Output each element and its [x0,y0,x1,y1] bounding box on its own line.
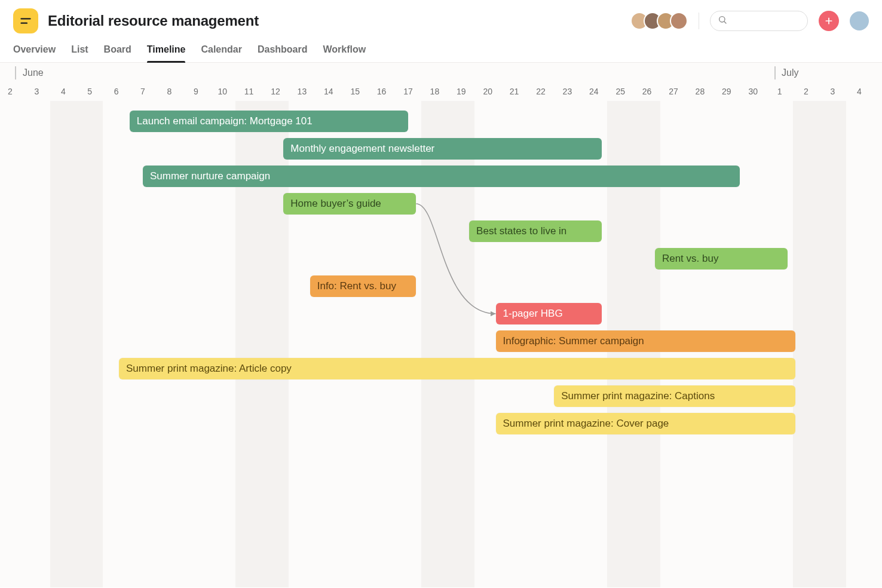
month-label: July [782,68,798,78]
weekend-column [76,101,103,587]
month-row: JuneJuly [0,63,882,84]
day-label: 22 [536,87,546,96]
collaborator-avatars[interactable] [630,12,688,30]
day-label: 17 [403,87,413,96]
add-button[interactable] [819,11,839,31]
user-avatar[interactable] [850,11,869,30]
day-label: 6 [114,87,119,96]
day-label: 24 [589,87,599,96]
day-label: 7 [140,87,145,96]
tab-list[interactable]: List [71,39,88,62]
tab-overview[interactable]: Overview [13,39,56,62]
month-tick [774,66,776,79]
day-label: 3 [830,87,835,96]
day-label: 20 [483,87,492,96]
weekend-column [50,101,76,587]
day-label: 25 [615,87,625,96]
day-label: 21 [510,87,519,96]
app-header: Editorial resource management [0,0,882,33]
tab-dashboard[interactable]: Dashboard [258,39,308,62]
day-label: 26 [642,87,652,96]
task-bar[interactable]: Launch email campaign: Mortgage 101 [130,111,408,132]
task-bar[interactable]: Infographic: Summer campaign [496,330,796,352]
day-label: 19 [457,87,466,96]
day-label: 29 [722,87,731,96]
day-label: 16 [377,87,387,96]
tab-board[interactable]: Board [104,39,131,62]
day-label: 2 [804,87,808,96]
task-bar[interactable]: Rent vs. buy [655,248,788,270]
project-tabs: Overview List Board Timeline Calendar Da… [0,33,882,63]
day-label: 4 [857,87,862,96]
day-label: 13 [298,87,307,96]
avatar[interactable] [670,12,688,30]
month-tick [15,66,16,79]
project-icon [13,8,38,33]
day-label: 5 [87,87,92,96]
tab-timeline[interactable]: Timeline [147,39,186,62]
weekend-column [793,101,819,587]
days-row: 2345678910111213141516171819202122232425… [0,84,882,101]
task-bar[interactable]: Summer print magazine: Captions [554,385,795,407]
day-label: 18 [430,87,440,96]
timeline-view[interactable]: JuneJuly 2345678910111213141516171819202… [0,63,882,587]
search-icon [718,15,727,27]
day-label: 10 [218,87,227,96]
day-label: 14 [324,87,333,96]
divider [699,13,699,29]
day-label: 27 [669,87,678,96]
day-label: 8 [167,87,172,96]
day-label: 4 [61,87,66,96]
day-label: 28 [696,87,705,96]
svg-line-3 [724,22,726,23]
project-title: Editorial resource management [48,13,259,29]
month-label: June [23,68,44,78]
day-label: 23 [563,87,572,96]
task-bar[interactable]: Best states to live in [469,220,602,242]
day-label: 30 [748,87,758,96]
day-label: 3 [34,87,39,96]
task-bar[interactable]: Summer print magazine: Article copy [119,358,795,379]
day-label: 11 [244,87,254,96]
task-bar[interactable]: Summer print magazine: Cover page [496,413,796,434]
task-bar[interactable]: Monthly engagement newsletter [283,138,602,160]
day-label: 2 [8,87,13,96]
task-bar[interactable]: Home buyer’s guide [283,193,416,215]
search-box[interactable] [710,11,808,31]
tab-workflow[interactable]: Workflow [323,39,366,62]
task-bar[interactable]: 1-pager HBG [496,303,602,324]
header-right [630,11,869,31]
day-label: 9 [194,87,198,96]
task-bar[interactable]: Summer nurture campaign [143,166,740,187]
day-label: 15 [350,87,360,96]
day-label: 1 [777,87,782,96]
tab-calendar[interactable]: Calendar [201,39,241,62]
task-bar[interactable]: Info: Rent vs. buy [310,275,416,297]
weekend-column [819,101,846,587]
day-label: 12 [271,87,280,96]
